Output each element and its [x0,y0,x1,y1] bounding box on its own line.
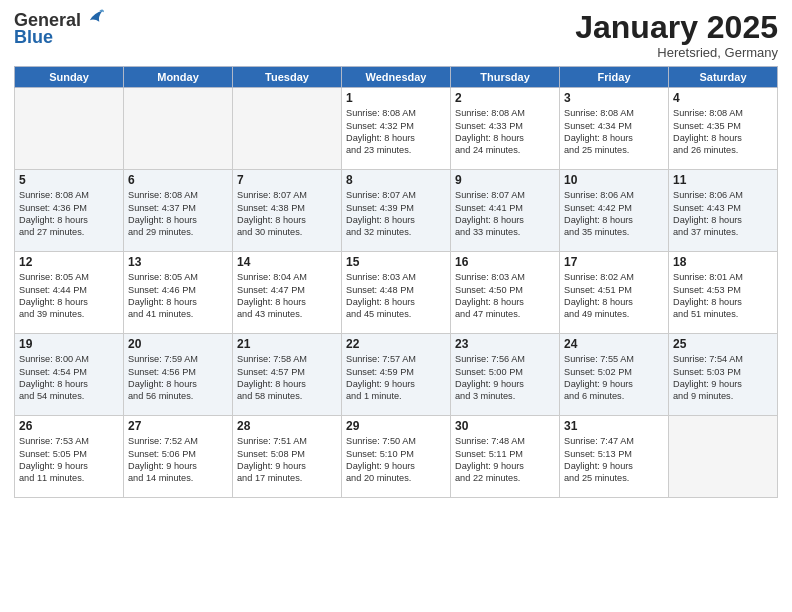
calendar-cell: 30Sunrise: 7:48 AM Sunset: 5:11 PM Dayli… [451,416,560,498]
day-info: Sunrise: 8:08 AM Sunset: 4:36 PM Dayligh… [19,189,119,239]
day-info: Sunrise: 8:03 AM Sunset: 4:50 PM Dayligh… [455,271,555,321]
day-info: Sunrise: 8:06 AM Sunset: 4:43 PM Dayligh… [673,189,773,239]
day-info: Sunrise: 8:05 AM Sunset: 4:44 PM Dayligh… [19,271,119,321]
calendar-cell: 5Sunrise: 8:08 AM Sunset: 4:36 PM Daylig… [15,170,124,252]
day-number: 9 [455,173,555,187]
day-number: 22 [346,337,446,351]
day-number: 18 [673,255,773,269]
page: General Blue January 2025 Heretsried, Ge… [0,0,792,612]
day-number: 31 [564,419,664,433]
calendar-cell: 18Sunrise: 8:01 AM Sunset: 4:53 PM Dayli… [669,252,778,334]
calendar-cell: 16Sunrise: 8:03 AM Sunset: 4:50 PM Dayli… [451,252,560,334]
calendar-cell: 25Sunrise: 7:54 AM Sunset: 5:03 PM Dayli… [669,334,778,416]
day-info: Sunrise: 8:04 AM Sunset: 4:47 PM Dayligh… [237,271,337,321]
calendar-cell: 12Sunrise: 8:05 AM Sunset: 4:44 PM Dayli… [15,252,124,334]
day-info: Sunrise: 7:55 AM Sunset: 5:02 PM Dayligh… [564,353,664,403]
day-number: 4 [673,91,773,105]
day-number: 2 [455,91,555,105]
calendar-cell: 28Sunrise: 7:51 AM Sunset: 5:08 PM Dayli… [233,416,342,498]
day-number: 23 [455,337,555,351]
day-number: 7 [237,173,337,187]
day-info: Sunrise: 8:02 AM Sunset: 4:51 PM Dayligh… [564,271,664,321]
day-number: 26 [19,419,119,433]
day-info: Sunrise: 7:54 AM Sunset: 5:03 PM Dayligh… [673,353,773,403]
title-block: January 2025 Heretsried, Germany [575,10,778,60]
logo: General Blue [14,10,104,47]
day-info: Sunrise: 7:51 AM Sunset: 5:08 PM Dayligh… [237,435,337,485]
calendar-cell: 24Sunrise: 7:55 AM Sunset: 5:02 PM Dayli… [560,334,669,416]
day-info: Sunrise: 8:07 AM Sunset: 4:39 PM Dayligh… [346,189,446,239]
day-info: Sunrise: 7:53 AM Sunset: 5:05 PM Dayligh… [19,435,119,485]
calendar-week-row: 26Sunrise: 7:53 AM Sunset: 5:05 PM Dayli… [15,416,778,498]
calendar-cell [233,88,342,170]
day-info: Sunrise: 8:00 AM Sunset: 4:54 PM Dayligh… [19,353,119,403]
calendar-cell [124,88,233,170]
calendar-cell: 11Sunrise: 8:06 AM Sunset: 4:43 PM Dayli… [669,170,778,252]
day-info: Sunrise: 7:50 AM Sunset: 5:10 PM Dayligh… [346,435,446,485]
weekday-saturday: Saturday [669,67,778,88]
calendar-cell: 19Sunrise: 8:00 AM Sunset: 4:54 PM Dayli… [15,334,124,416]
weekday-sunday: Sunday [15,67,124,88]
calendar-cell: 26Sunrise: 7:53 AM Sunset: 5:05 PM Dayli… [15,416,124,498]
day-number: 13 [128,255,228,269]
header: General Blue January 2025 Heretsried, Ge… [14,10,778,60]
calendar-cell: 13Sunrise: 8:05 AM Sunset: 4:46 PM Dayli… [124,252,233,334]
calendar-cell: 22Sunrise: 7:57 AM Sunset: 4:59 PM Dayli… [342,334,451,416]
day-info: Sunrise: 7:47 AM Sunset: 5:13 PM Dayligh… [564,435,664,485]
day-number: 6 [128,173,228,187]
calendar-cell: 4Sunrise: 8:08 AM Sunset: 4:35 PM Daylig… [669,88,778,170]
weekday-monday: Monday [124,67,233,88]
day-number: 24 [564,337,664,351]
day-info: Sunrise: 7:58 AM Sunset: 4:57 PM Dayligh… [237,353,337,403]
day-number: 20 [128,337,228,351]
day-number: 5 [19,173,119,187]
day-number: 27 [128,419,228,433]
day-number: 17 [564,255,664,269]
day-info: Sunrise: 7:56 AM Sunset: 5:00 PM Dayligh… [455,353,555,403]
calendar-cell: 9Sunrise: 8:07 AM Sunset: 4:41 PM Daylig… [451,170,560,252]
month-title: January 2025 [575,10,778,45]
calendar-cell: 27Sunrise: 7:52 AM Sunset: 5:06 PM Dayli… [124,416,233,498]
day-number: 12 [19,255,119,269]
calendar-cell: 15Sunrise: 8:03 AM Sunset: 4:48 PM Dayli… [342,252,451,334]
day-info: Sunrise: 7:52 AM Sunset: 5:06 PM Dayligh… [128,435,228,485]
calendar-week-row: 12Sunrise: 8:05 AM Sunset: 4:44 PM Dayli… [15,252,778,334]
calendar-cell: 2Sunrise: 8:08 AM Sunset: 4:33 PM Daylig… [451,88,560,170]
calendar-cell: 14Sunrise: 8:04 AM Sunset: 4:47 PM Dayli… [233,252,342,334]
day-info: Sunrise: 8:08 AM Sunset: 4:32 PM Dayligh… [346,107,446,157]
calendar-cell: 7Sunrise: 8:07 AM Sunset: 4:38 PM Daylig… [233,170,342,252]
day-info: Sunrise: 8:08 AM Sunset: 4:34 PM Dayligh… [564,107,664,157]
calendar-cell: 10Sunrise: 8:06 AM Sunset: 4:42 PM Dayli… [560,170,669,252]
calendar-cell [669,416,778,498]
day-number: 28 [237,419,337,433]
day-info: Sunrise: 7:57 AM Sunset: 4:59 PM Dayligh… [346,353,446,403]
calendar-cell: 8Sunrise: 8:07 AM Sunset: 4:39 PM Daylig… [342,170,451,252]
weekday-thursday: Thursday [451,67,560,88]
day-info: Sunrise: 8:08 AM Sunset: 4:35 PM Dayligh… [673,107,773,157]
day-info: Sunrise: 7:48 AM Sunset: 5:11 PM Dayligh… [455,435,555,485]
calendar-cell [15,88,124,170]
day-number: 19 [19,337,119,351]
day-number: 16 [455,255,555,269]
day-number: 25 [673,337,773,351]
weekday-friday: Friday [560,67,669,88]
day-number: 14 [237,255,337,269]
calendar-cell: 1Sunrise: 8:08 AM Sunset: 4:32 PM Daylig… [342,88,451,170]
day-info: Sunrise: 8:03 AM Sunset: 4:48 PM Dayligh… [346,271,446,321]
day-number: 8 [346,173,446,187]
day-info: Sunrise: 8:08 AM Sunset: 4:37 PM Dayligh… [128,189,228,239]
calendar-cell: 31Sunrise: 7:47 AM Sunset: 5:13 PM Dayli… [560,416,669,498]
calendar-week-row: 19Sunrise: 8:00 AM Sunset: 4:54 PM Dayli… [15,334,778,416]
weekday-header-row: SundayMondayTuesdayWednesdayThursdayFrid… [15,67,778,88]
day-number: 11 [673,173,773,187]
day-info: Sunrise: 8:06 AM Sunset: 4:42 PM Dayligh… [564,189,664,239]
day-number: 10 [564,173,664,187]
calendar-cell: 23Sunrise: 7:56 AM Sunset: 5:00 PM Dayli… [451,334,560,416]
calendar-cell: 17Sunrise: 8:02 AM Sunset: 4:51 PM Dayli… [560,252,669,334]
day-number: 1 [346,91,446,105]
logo-bird-icon [82,6,104,28]
logo-blue-text: Blue [14,27,53,48]
location-text: Heretsried, Germany [575,45,778,60]
day-number: 15 [346,255,446,269]
day-info: Sunrise: 7:59 AM Sunset: 4:56 PM Dayligh… [128,353,228,403]
